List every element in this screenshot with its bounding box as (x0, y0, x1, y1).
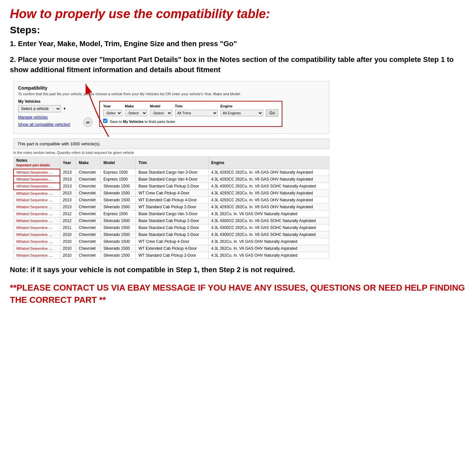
notes-cell: Mfrlabel:Serpentine .... (14, 204, 60, 211)
model-cell: Silverado 1500 (101, 190, 136, 197)
notes-cell: Mfrlabel:Serpentine .... (14, 231, 60, 238)
make-cell: Chevrolet (76, 197, 101, 204)
go-button[interactable]: Go (266, 109, 278, 117)
year-cell: 2012 (60, 211, 76, 217)
table-row: Mfrlabel:Serpentine ....2013ChevroletSil… (14, 197, 329, 204)
table-row: Mfrlabel:Serpentine ....2013ChevroletSil… (14, 183, 329, 190)
engine-cell: 4.3L 262Cu. In. V6 GAS OHV Naturally Asp… (208, 238, 329, 245)
year-select[interactable]: -Select- (103, 110, 122, 116)
note-text: Note: if it says your vehicle is not com… (10, 265, 466, 275)
trim-cell: Base Standard Cab Pickup 2-Door (136, 183, 209, 190)
engine-column-header: Engine (208, 157, 329, 169)
table-row: Mfrlabel:Serpentine ....2010ChevroletSil… (14, 245, 329, 252)
year-cell: 2013 (60, 204, 76, 211)
step2-text: 2. Place your mouse over "Important Part… (10, 55, 466, 75)
compatible-info-bar: This part is compatible with 1000 vehicl… (13, 138, 329, 149)
trim-cell: Base Standard Cargo Van 4-Door (136, 176, 209, 183)
year-cell: 2011 (60, 224, 76, 231)
or-circle: or (83, 118, 93, 127)
model-column-header: Model (101, 157, 136, 169)
model-cell: Silverado 1500 (101, 197, 136, 204)
manage-vehicles-link[interactable]: Manage vehicles (18, 115, 70, 120)
model-cell: Express 1500 (101, 176, 136, 183)
make-select[interactable]: -Select- (125, 110, 147, 116)
table-row: Mfrlabel:Serpentine ....2013ChevroletExp… (14, 169, 329, 176)
engine-cell: 4.3L 4300CC 262Cu. In. V6 GAS SOHC Natur… (208, 183, 329, 190)
save-checkbox[interactable] (103, 119, 107, 123)
year-cell: 2012 (60, 217, 76, 224)
steps-heading: Steps: (10, 24, 466, 36)
table-row: Mfrlabel:Serpentine ....2010ChevroletSil… (14, 231, 329, 238)
engine-cell: 4.3L 4293CC 262Cu. In. V6 GAS OHV Natura… (208, 204, 329, 211)
trim-cell: WT Extended Cab Pickup 4-Door (136, 197, 209, 204)
compatibility-box: Compatibility To confirm that this part … (13, 81, 329, 134)
year-cell: 2010 (60, 252, 76, 259)
model-cell: Silverado 1500 (101, 245, 136, 252)
year-column-header: Year (60, 157, 76, 169)
model-cell: Silverado 1500 (101, 183, 136, 190)
make-cell: Chevrolet (76, 245, 101, 252)
compat-main-row: My Vehicles Select a vehicle ▼ Manage ve… (18, 99, 324, 127)
model-select[interactable]: -Select- (150, 110, 172, 116)
engine-select[interactable]: All Engines (220, 110, 263, 116)
trim-field-label: Trim (175, 104, 218, 108)
notes-cell: Mfrlabel:Serpentine .... (14, 245, 60, 252)
compatibility-table: Notes Important part details Year Make M… (13, 157, 329, 259)
table-row: Mfrlabel:Serpentine ....2012ChevroletExp… (14, 211, 329, 217)
make-column-header: Make (76, 157, 101, 169)
notes-cell: Mfrlabel:Serpentine .... (14, 190, 60, 197)
vehicle-select-row: Select a vehicle ▼ (18, 105, 70, 112)
make-cell: Chevrolet (76, 217, 101, 224)
trim-cell: Base Standard Cargo Van 3-Door (136, 211, 209, 217)
make-cell: Chevrolet (76, 183, 101, 190)
model-cell: Express 1500 (101, 211, 136, 217)
main-title: How to properly use the compatibility ta… (10, 7, 466, 22)
year-cell: 2013 (60, 183, 76, 190)
model-cell: Silverado 1500 (101, 224, 136, 231)
year-cell: 2010 (60, 238, 76, 245)
quantity-note: In the notes section below, Quantity ref… (13, 151, 329, 155)
model-cell: Silverado 1500 (101, 217, 136, 224)
make-cell: Chevrolet (76, 176, 101, 183)
show-all-link[interactable]: [show all compatible vehicles] (18, 122, 70, 127)
table-row: Mfrlabel:Serpentine ....2010ChevroletSil… (14, 252, 329, 259)
engine-cell: 4.3L 4300CC 262Cu. In. V6 GAS SOHC Natur… (208, 224, 329, 231)
make-cell: Chevrolet (76, 190, 101, 197)
engine-cell: 4.3L 262Cu. In. V6 GAS OHV Naturally Asp… (208, 245, 329, 252)
make-cell: Chevrolet (76, 169, 101, 176)
make-cell: Chevrolet (76, 211, 101, 217)
year-cell: 2013 (60, 197, 76, 204)
year-cell: 2010 (60, 245, 76, 252)
selects-row: -Select- -Select- -Select- All Trims All… (103, 109, 278, 117)
trim-column-header: Trim (136, 157, 209, 169)
trim-cell: Base Standard Cab Pickup 2-Door (136, 224, 209, 231)
model-cell: Silverado 1500 (101, 252, 136, 259)
trim-cell: Base Standard Cab Pickup 2-Door (136, 217, 209, 224)
make-cell: Chevrolet (76, 204, 101, 211)
table-row: Mfrlabel:Serpentine ....2013ChevroletSil… (14, 204, 329, 211)
year-make-section: Year Make Model Trim Engine -Select- -Se… (99, 101, 282, 127)
table-row: Mfrlabel:Serpentine ....2012ChevroletSil… (14, 217, 329, 224)
trim-select[interactable]: All Trims (175, 110, 218, 116)
notes-cell: Mfrlabel:Serpentine .... (14, 217, 60, 224)
trim-cell: WT Crew Cab Pickup 4-Door (136, 190, 209, 197)
compat-subtitle: To confirm that this part fits your vehi… (18, 92, 324, 96)
make-field-label: Make (125, 104, 147, 108)
notes-subheader-label: Important part details (16, 163, 50, 167)
year-cell: 2010 (60, 231, 76, 238)
year-cell: 2013 (60, 169, 76, 176)
notes-cell: Mfrlabel:Serpentine .... (14, 238, 60, 245)
engine-field-label: Engine (220, 104, 263, 108)
year-field-label: Year (103, 104, 122, 108)
table-header-row: Notes Important part details Year Make M… (14, 157, 329, 169)
model-field-label: Model (150, 104, 172, 108)
trim-cell: WT Crew Cab Pickup 4-Door (136, 238, 209, 245)
make-cell: Chevrolet (76, 231, 101, 238)
engine-cell: 4.3L 262Cu. In. V6 GAS OHV Naturally Asp… (208, 252, 329, 259)
table-row: Mfrlabel:Serpentine ....2011ChevroletSil… (14, 224, 329, 231)
model-cell: Silverado 1500 (101, 231, 136, 238)
notes-cell: Mfrlabel:Serpentine .... (14, 197, 60, 204)
save-row: Save to My Vehicles to finds parts faste… (103, 119, 278, 124)
make-cell: Chevrolet (76, 224, 101, 231)
vehicle-select-dropdown[interactable]: Select a vehicle (18, 105, 61, 112)
